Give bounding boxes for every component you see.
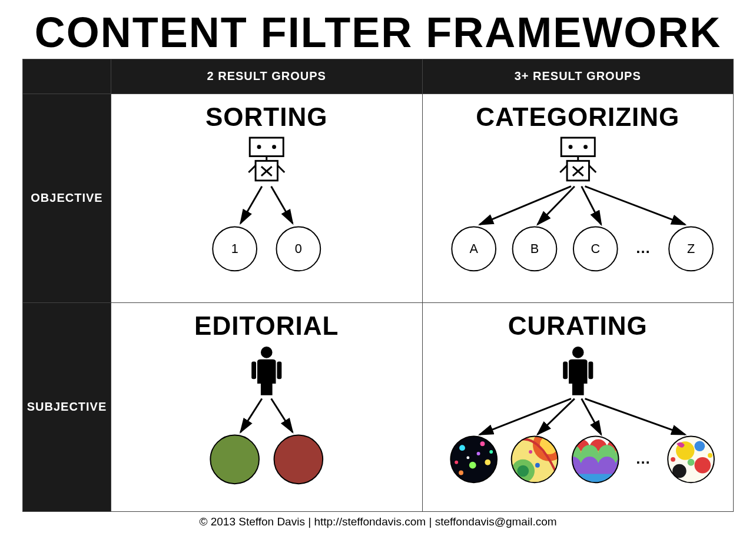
svg-point-57: [517, 465, 529, 477]
svg-point-44: [480, 441, 485, 446]
svg-line-7: [240, 186, 261, 223]
categorizing-node-b: B: [530, 241, 538, 255]
sorting-node-0: 0: [295, 241, 302, 255]
svg-line-17: [589, 165, 596, 172]
person-icon: [563, 347, 593, 395]
svg-rect-0: [250, 138, 283, 156]
svg-point-26: [261, 347, 273, 358]
robot-icon: [248, 138, 284, 181]
categorizing-node-a: A: [469, 241, 478, 255]
framework-table: 2 RESULT GROUPS 3+ RESULT GROUPS OBJECTI…: [22, 59, 734, 512]
cell-title-curating: CURATING: [427, 311, 729, 341]
curating-graphic: …: [427, 345, 729, 492]
cell-title-sorting: SORTING: [116, 102, 417, 132]
svg-point-13: [583, 145, 588, 149]
column-header-3plus-groups: 3+ RESULT GROUPS: [422, 59, 734, 94]
curating-art-3: [563, 436, 633, 482]
editorial-graphic: [116, 345, 417, 492]
cell-editorial: EDITORIAL: [111, 302, 423, 511]
svg-rect-28: [277, 361, 281, 379]
svg-line-30: [271, 398, 293, 432]
svg-point-48: [476, 452, 480, 455]
row-header-subjective: SUBJECTIVE: [23, 302, 111, 511]
svg-point-2: [272, 145, 276, 149]
svg-point-59: [529, 450, 532, 454]
svg-point-45: [469, 461, 476, 468]
svg-rect-27: [251, 361, 256, 379]
cell-sorting: SORTING: [111, 94, 423, 302]
cell-curating: CURATING: [422, 302, 734, 511]
corner-cell: [23, 59, 111, 94]
categorizing-node-z: Z: [687, 241, 694, 255]
editorial-node-red: [274, 435, 323, 484]
person-icon: [251, 347, 281, 395]
robot-icon: [560, 138, 596, 181]
svg-point-43: [459, 445, 465, 451]
svg-rect-11: [561, 138, 595, 156]
column-header-2-groups: 2 RESULT GROUPS: [111, 59, 423, 94]
svg-point-68: [687, 458, 694, 465]
svg-line-41: [585, 398, 685, 434]
svg-line-5: [248, 165, 256, 172]
svg-point-67: [694, 441, 705, 451]
svg-line-16: [560, 165, 567, 172]
svg-point-51: [455, 460, 458, 464]
categorizing-node-c: C: [591, 241, 600, 255]
svg-point-69: [708, 453, 712, 458]
svg-rect-36: [563, 361, 568, 379]
editorial-node-green: [210, 435, 259, 484]
row-header-objective: OBJECTIVE: [23, 94, 111, 302]
svg-point-58: [535, 462, 539, 467]
svg-line-29: [240, 398, 261, 432]
page: CONTENT FILTER FRAMEWORK 2 RESULT GROUPS…: [0, 0, 756, 546]
svg-line-38: [479, 398, 571, 434]
svg-line-8: [271, 186, 293, 223]
svg-point-65: [694, 457, 711, 474]
page-title: CONTENT FILTER FRAMEWORK: [22, 11, 734, 55]
cell-categorizing: CATEGORIZING: [422, 94, 734, 302]
svg-rect-37: [588, 361, 593, 379]
svg-point-12: [568, 145, 572, 149]
cell-title-categorizing: CATEGORIZING: [427, 102, 729, 132]
svg-line-6: [277, 165, 284, 172]
svg-point-47: [459, 470, 463, 475]
svg-line-21: [585, 186, 685, 224]
categorizing-graphic: A B C … Z: [427, 136, 729, 284]
svg-point-1: [257, 145, 261, 149]
svg-point-35: [572, 347, 583, 358]
sorting-node-1: 1: [231, 241, 238, 255]
svg-point-49: [466, 456, 469, 459]
svg-point-46: [485, 459, 490, 465]
categorizing-ellipsis: …: [635, 239, 651, 255]
svg-point-50: [489, 450, 493, 454]
footer-attribution: © 2013 Steffon Davis | http://steffondav…: [22, 515, 734, 528]
cell-title-editorial: EDITORIAL: [116, 311, 417, 341]
curating-ellipsis: …: [635, 450, 651, 466]
svg-line-18: [479, 186, 571, 224]
svg-point-70: [671, 457, 675, 462]
sorting-graphic: 1 0: [116, 136, 417, 284]
